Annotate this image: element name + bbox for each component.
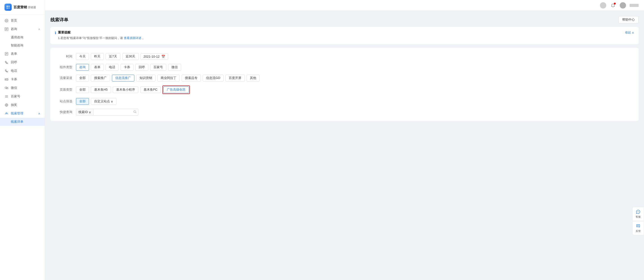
page-jimufish-pc-btn[interactable]: 基木鱼PC — [140, 86, 161, 93]
component-consult-btn[interactable]: 咨询 — [76, 64, 89, 71]
page-content: 线索详单 帮助中心 ℹ 重要提醒 1.若您有"线索详单"与"投放报告"不一致的疑… — [45, 11, 644, 280]
channel-info-gd-btn[interactable]: 信息流GD — [203, 75, 224, 81]
traffic-channel-label: 流量渠道 — [57, 76, 72, 80]
svg-point-2 — [6, 7, 8, 9]
traffic-channel-filter-row: 流量渠道 全部 搜索推广 信息流推广 知识营销 商业阿拉丁 搜索品专 信息流GD… — [57, 75, 632, 81]
sidebar-item-leads-label: 线索管理 — [11, 112, 23, 116]
component-wechat-btn[interactable]: 微信 — [168, 64, 181, 71]
page-type-filter-row: 页面类型 全部 基木鱼H5 基木鱼小程序 基木鱼PC 广告高级创意 — [57, 86, 632, 94]
component-form-btn[interactable]: 表单 — [91, 64, 104, 71]
sidebar-item-leads[interactable]: 线索管理 ∧ — [0, 109, 45, 118]
collapse-btn[interactable]: 收起 ∧ — [625, 30, 634, 34]
sidebar-item-lottery[interactable]: 抽奖 — [0, 101, 45, 109]
customer-service-btn[interactable]: 客服 — [632, 207, 644, 221]
sidebar-item-wechat[interactable]: 微信 — [0, 84, 45, 92]
consult-icon — [4, 27, 8, 31]
date-picker[interactable]: 2021-10-12 📅 — [140, 53, 168, 60]
search-icon-btn[interactable] — [134, 110, 136, 114]
feedback-btn[interactable]: 反馈 — [632, 221, 644, 235]
component-callback-btn[interactable]: 回呼 — [135, 64, 148, 71]
channel-knowledge-btn[interactable]: 知识营销 — [136, 75, 156, 81]
svg-point-4 — [5, 19, 8, 22]
header-user-name — [630, 4, 638, 7]
time-filter-row: 时间 今天 昨天 近7天 近30天 2021-10-12 📅 — [57, 53, 632, 60]
customer-service-icon — [636, 209, 641, 214]
select-arrow-icon: ∨ — [89, 110, 91, 114]
sidebar-item-baijiahao[interactable]: 百家号 — [0, 92, 45, 101]
channel-info-btn[interactable]: 信息流推广 — [112, 75, 134, 81]
svg-point-18 — [5, 87, 7, 89]
quick-search-wrapper: 线索ID ∨ — [76, 109, 138, 116]
logo-icon — [4, 3, 12, 11]
channel-all-btn[interactable]: 全部 — [76, 75, 89, 81]
page-ad-creative-btn[interactable]: 广告高级创意 — [163, 86, 189, 93]
site-all-btn[interactable]: 全部 — [76, 98, 89, 105]
sidebar-item-callback[interactable]: 回呼 — [0, 58, 45, 67]
time-yesterday-btn[interactable]: 昨天 — [91, 53, 104, 60]
quick-search-options: 线索ID ∨ — [76, 109, 138, 116]
page-all-btn[interactable]: 全部 — [76, 86, 89, 93]
sidebar-item-consult-label: 咨询 — [11, 27, 17, 31]
svg-point-29 — [134, 111, 136, 113]
quick-search-select[interactable]: 线索ID ∨ — [76, 109, 94, 116]
sidebar-item-phone[interactable]: 电话 — [0, 67, 45, 75]
component-type-options: 咨询 表单 电话 卡券 回呼 百家号 微信 — [76, 64, 181, 71]
channel-search-pro-btn[interactable]: 搜索品专 — [182, 75, 201, 81]
sidebar-item-leads-detail[interactable]: 线索详单 — [0, 118, 45, 126]
header-notification[interactable] — [610, 2, 616, 8]
coupon-icon — [4, 77, 8, 81]
alert-link[interactable]: 查看原因详述 — [124, 36, 141, 40]
sidebar-item-consult[interactable]: 咨询 ∧ — [0, 25, 45, 33]
page-jimufish-mini-btn[interactable]: 基木鱼小程序 — [113, 86, 138, 93]
svg-line-30 — [136, 112, 136, 113]
site-filter-options: 全部 自定义站点 ∨ — [76, 98, 116, 105]
component-baijiahao-btn[interactable]: 百家号 — [150, 64, 166, 71]
time-today-btn[interactable]: 今天 — [76, 53, 89, 60]
component-coupon-btn[interactable]: 卡券 — [120, 64, 134, 71]
header-user-avatar[interactable] — [620, 2, 626, 8]
page-jimufish-h5-btn[interactable]: 基木鱼H5 — [91, 86, 111, 93]
time-filter-label: 时间 — [57, 54, 72, 59]
leads-arrow: ∧ — [38, 112, 40, 115]
logo-text: 百度营销 — [14, 5, 27, 9]
info-icon: ℹ — [55, 31, 56, 35]
feedback-icon — [636, 223, 641, 228]
svg-point-19 — [6, 88, 6, 88]
alert-box: ℹ 重要提醒 1.若您有"线索详单"与"投放报告"不一致的疑问，请 查看原因详述… — [50, 27, 638, 44]
home-icon — [4, 19, 8, 23]
sidebar-item-baijiahao-label: 百家号 — [11, 94, 20, 99]
quick-search-input[interactable] — [94, 109, 138, 116]
time-7days-btn[interactable]: 近7天 — [106, 53, 120, 60]
page-header: 线索详单 帮助中心 — [50, 16, 638, 23]
custom-site-dropdown[interactable]: 自定义站点 ∨ — [91, 98, 116, 105]
notification-dot — [614, 3, 616, 4]
header-avatar — [600, 2, 606, 8]
traffic-channel-options: 全部 搜索推广 信息流推广 知识营销 商业阿拉丁 搜索品专 信息流GD 百度开屏… — [76, 75, 260, 81]
sidebar-item-form[interactable]: 表单 — [0, 50, 45, 58]
logo-area: 百度营销 营销通 — [0, 0, 45, 14]
phone-icon — [4, 69, 8, 73]
svg-point-33 — [638, 212, 639, 212]
filter-panel: 时间 今天 昨天 近7天 近30天 2021-10-12 📅 组件类型 咨询 — [50, 48, 638, 121]
channel-baidu-open-btn[interactable]: 百度开屏 — [226, 75, 245, 81]
component-phone-btn[interactable]: 电话 — [106, 64, 119, 71]
page-type-options: 全部 基木鱼H5 基木鱼小程序 基木鱼PC 广告高级创意 — [76, 86, 190, 94]
page-title: 线索详单 — [50, 17, 68, 23]
sidebar-item-home[interactable]: 首页 — [0, 16, 45, 25]
channel-search-btn[interactable]: 搜索推广 — [91, 75, 110, 81]
svg-point-1 — [8, 5, 10, 7]
channel-other-btn[interactable]: 其他 — [246, 75, 260, 81]
sidebar-item-consult-smart[interactable]: 智能咨询 — [0, 41, 45, 50]
sidebar-item-consult-general[interactable]: 通用咨询 — [0, 33, 45, 41]
time-30days-btn[interactable]: 近30天 — [122, 53, 139, 60]
svg-point-0 — [6, 5, 8, 7]
ad-creative-highlight: 广告高级创意 — [162, 86, 190, 94]
channel-commerce-btn[interactable]: 商业阿拉丁 — [157, 75, 180, 81]
sidebar-item-callback-label: 回呼 — [11, 60, 17, 64]
callback-icon — [4, 60, 8, 64]
top-header — [45, 0, 644, 11]
leads-icon — [4, 112, 8, 116]
sidebar-item-coupon[interactable]: 卡券 — [0, 75, 45, 84]
float-buttons: 客服 反馈 — [632, 207, 644, 235]
help-btn[interactable]: 帮助中心 — [618, 16, 638, 23]
